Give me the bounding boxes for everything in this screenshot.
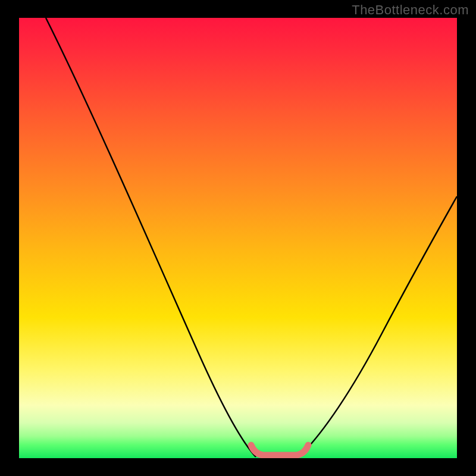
curve-layer	[19, 18, 457, 458]
watermark-text: TheBottleneck.com	[352, 2, 469, 18]
left-valley-curve	[46, 18, 256, 457]
plot-area	[19, 18, 457, 458]
right-valley-curve	[299, 196, 457, 457]
chart-frame: TheBottleneck.com	[0, 0, 476, 476]
valley-floor-band	[251, 445, 308, 455]
